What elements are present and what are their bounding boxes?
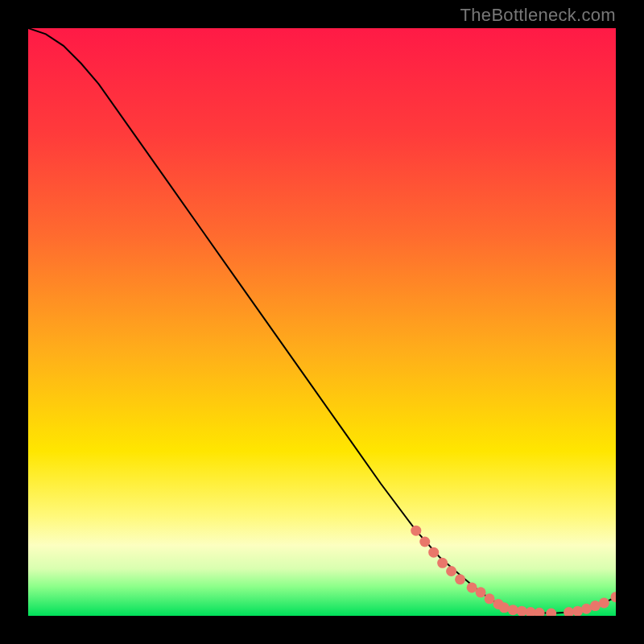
data-dot (535, 608, 545, 616)
plot-area (28, 28, 616, 616)
data-dot (572, 606, 583, 616)
data-dots (411, 526, 616, 616)
data-dot (446, 566, 456, 576)
data-dot (419, 537, 430, 547)
data-dot (599, 597, 609, 608)
watermark-label: TheBottleneck.com (460, 5, 616, 26)
data-dot (611, 592, 617, 602)
data-dot (467, 582, 477, 592)
chart-stage: TheBottleneck.com (0, 0, 644, 644)
data-dot (428, 547, 439, 558)
data-dot (437, 558, 448, 568)
data-dot (508, 605, 518, 615)
bottleneck-curve (28, 28, 616, 613)
data-dot (517, 606, 527, 616)
data-dot (476, 587, 486, 597)
data-dot (499, 602, 510, 613)
data-dot (411, 526, 421, 536)
data-dot (526, 607, 536, 616)
data-dot (485, 593, 495, 604)
data-dot (455, 574, 465, 584)
curve-layer (28, 28, 616, 616)
data-dot (546, 609, 556, 616)
